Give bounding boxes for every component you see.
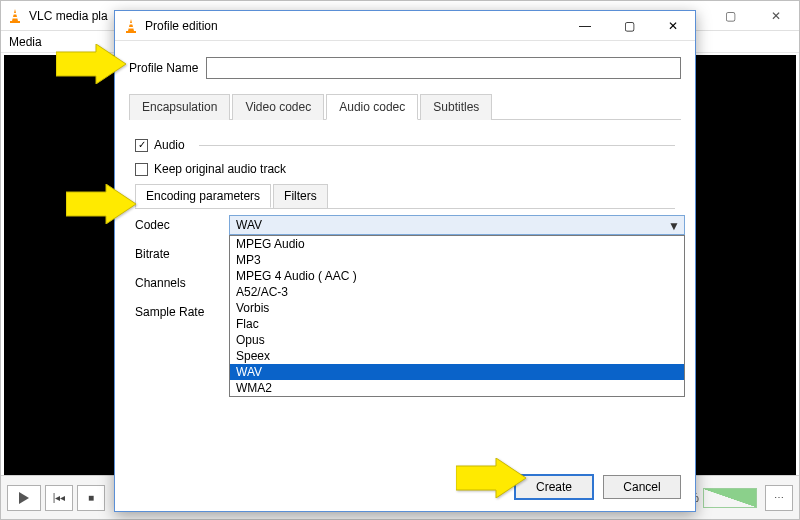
svg-marker-0	[12, 9, 18, 21]
dialog-title: Profile edition	[145, 19, 218, 33]
volume-slider[interactable]	[703, 488, 757, 508]
bitrate-label: Bitrate	[135, 244, 211, 261]
menu-item-media[interactable]: Media	[9, 35, 42, 49]
codec-option[interactable]: Vorbis	[230, 300, 684, 316]
sub-tabs: Encoding parameters Filters	[135, 184, 675, 209]
codec-option[interactable]: A52/AC-3	[230, 284, 684, 300]
maximize-button[interactable]: ▢	[707, 1, 753, 31]
codec-label: Codec	[135, 215, 211, 232]
codec-combobox[interactable]: WAV ▼	[229, 215, 685, 235]
extra-button[interactable]: ⋯	[765, 485, 793, 511]
main-tabs: Encapsulation Video codec Audio codec Su…	[129, 93, 681, 120]
channels-label: Channels	[135, 273, 211, 290]
create-button[interactable]: Create	[515, 475, 593, 499]
dialog-window-controls: — ▢ ✕	[563, 11, 695, 41]
tab-subtitles[interactable]: Subtitles	[420, 94, 492, 120]
subtab-encoding[interactable]: Encoding parameters	[135, 184, 271, 208]
codec-option[interactable]: MPEG Audio	[230, 236, 684, 252]
divider	[199, 145, 675, 146]
audio-checkbox-label: Audio	[154, 138, 185, 152]
codec-option[interactable]: MPEG 4 Audio ( AAC )	[230, 268, 684, 284]
dialog-close-button[interactable]: ✕	[651, 11, 695, 41]
vlc-cone-icon	[123, 18, 139, 34]
dialog-titlebar: Profile edition — ▢ ✕	[115, 11, 695, 41]
svg-rect-2	[12, 17, 17, 19]
prev-button[interactable]: |◂◂	[45, 485, 73, 511]
cancel-button[interactable]: Cancel	[603, 475, 681, 499]
codec-dropdown[interactable]: MPEG AudioMP3MPEG 4 Audio ( AAC )A52/AC-…	[229, 235, 685, 397]
codec-selected-value: WAV	[236, 218, 262, 232]
dialog-minimize-button[interactable]: —	[563, 11, 607, 41]
svg-rect-1	[13, 13, 17, 15]
keep-original-label: Keep original audio track	[154, 162, 286, 176]
profile-name-input[interactable]	[206, 57, 681, 79]
profile-edition-dialog: Profile edition — ▢ ✕ Profile Name Encap…	[114, 10, 696, 512]
keep-original-checkbox[interactable]: Keep original audio track	[135, 162, 286, 176]
stop-button[interactable]: ■	[77, 485, 105, 511]
chevron-down-icon: ▼	[668, 219, 680, 233]
codec-option[interactable]: Speex	[230, 348, 684, 364]
dialog-maximize-button[interactable]: ▢	[607, 11, 651, 41]
main-window-title: VLC media pla	[29, 9, 108, 23]
dialog-button-row: Create Cancel	[515, 475, 681, 499]
dialog-body: Profile Name Encapsulation Video codec A…	[115, 41, 695, 325]
svg-rect-7	[128, 27, 133, 29]
codec-option[interactable]: MP3	[230, 252, 684, 268]
audio-section: ✓ Audio Keep original audio track Encodi…	[129, 120, 681, 325]
close-button[interactable]: ✕	[753, 1, 799, 31]
codec-option[interactable]: WAV	[230, 364, 684, 380]
codec-option[interactable]: Opus	[230, 332, 684, 348]
subtab-filters[interactable]: Filters	[273, 184, 328, 208]
tab-audio-codec[interactable]: Audio codec	[326, 94, 418, 120]
svg-rect-6	[129, 23, 133, 25]
tab-video-codec[interactable]: Video codec	[232, 94, 324, 120]
svg-marker-4	[19, 492, 29, 504]
play-button[interactable]	[7, 485, 41, 511]
tab-encapsulation[interactable]: Encapsulation	[129, 94, 230, 120]
vlc-cone-icon	[7, 8, 23, 24]
codec-option[interactable]: Flac	[230, 316, 684, 332]
svg-marker-5	[128, 19, 134, 31]
codec-option[interactable]: WMA2	[230, 380, 684, 396]
svg-rect-3	[10, 21, 20, 23]
svg-rect-8	[126, 31, 136, 33]
profile-name-label: Profile Name	[129, 61, 198, 75]
samplerate-label: Sample Rate	[135, 302, 211, 319]
audio-checkbox[interactable]: ✓ Audio	[135, 138, 185, 152]
